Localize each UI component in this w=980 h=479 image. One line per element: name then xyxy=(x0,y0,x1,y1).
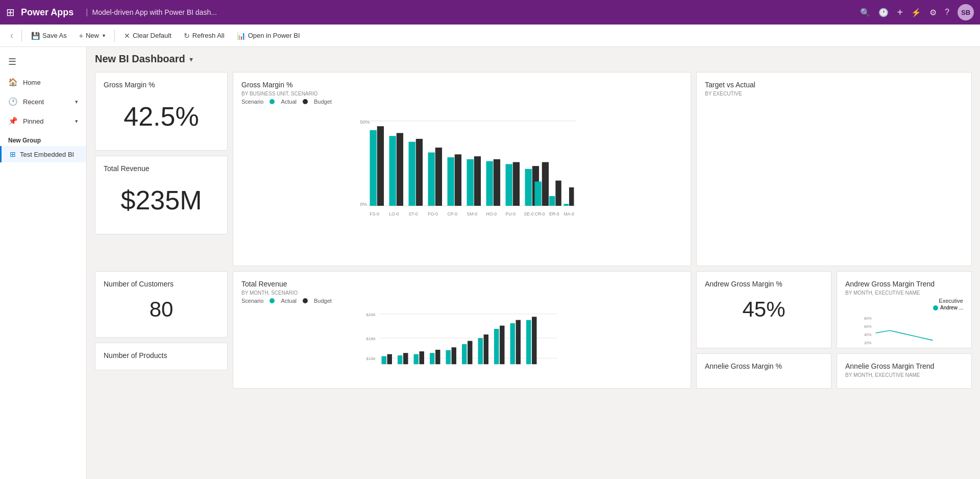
andrew-gross-margin-value: 45% xyxy=(705,290,823,329)
budget-legend-label: Budget xyxy=(314,99,332,105)
svg-rect-20 xyxy=(525,169,532,206)
svg-text:SE-0: SE-0 xyxy=(524,211,534,217)
svg-text:50%: 50% xyxy=(360,119,371,125)
svg-text:MA-0: MA-0 xyxy=(564,211,575,217)
svg-rect-5 xyxy=(377,126,384,206)
dashboard-row-2: Number of Customers 80 Number of Product… xyxy=(95,271,972,389)
sidebar-nav-item-test-embedded[interactable]: ⊞ Test Embedded BI xyxy=(0,146,86,162)
refresh-icon: ↻ xyxy=(184,32,190,40)
app-title: Model-driven App with Power BI dash... xyxy=(92,8,861,16)
annelie-trend-title: Annelie Gross Margin Trend xyxy=(845,362,963,370)
sidebar: ☰ 🏠 Home 🕐 Recent ▾ 📌 Pinned ▾ New Group… xyxy=(0,47,87,479)
revenue-budget-dot xyxy=(303,298,308,303)
svg-rect-10 xyxy=(428,153,435,206)
svg-rect-47 xyxy=(387,354,392,365)
svg-rect-9 xyxy=(416,139,423,206)
svg-rect-51 xyxy=(420,351,424,364)
svg-text:ER-0: ER-0 xyxy=(549,211,559,217)
sidebar-item-home[interactable]: 🏠 Home xyxy=(0,73,86,92)
annelie-trend-subtitle: BY MONTH, EXECUTIVE NAME xyxy=(845,372,963,378)
total-revenue-chart-card: Total Revenue BY MONTH, SCENARIO Scenari… xyxy=(233,271,691,389)
gross-margin-chart-subtitle: BY BUSINESS UNIT, SCENARIO xyxy=(241,91,682,97)
toolbar-separator-1 xyxy=(21,30,22,42)
gross-margin-legend: Scenario Actual Budget xyxy=(241,99,682,105)
home-icon: 🏠 xyxy=(8,78,18,87)
total-revenue-bar-chart: $20M $15M $10M xyxy=(241,308,682,372)
andrew-dot xyxy=(933,305,938,310)
gross-margin-chart-container: Gross Margin % BY BUSINESS UNIT, SCENARI… xyxy=(233,72,691,266)
total-revenue-card: Total Revenue $235M xyxy=(95,156,228,234)
svg-rect-15 xyxy=(474,156,481,206)
svg-rect-48 xyxy=(398,355,402,364)
svg-text:20%: 20% xyxy=(864,341,872,345)
revenue-actual-label: Actual xyxy=(281,298,297,304)
save-as-button[interactable]: 💾 Save As xyxy=(26,30,72,42)
svg-rect-59 xyxy=(484,334,488,364)
total-revenue-value: $235M xyxy=(104,175,219,226)
pinned-caret-icon: ▾ xyxy=(75,118,78,125)
svg-rect-14 xyxy=(467,159,474,206)
num-customers-title: Number of Customers xyxy=(104,280,219,288)
svg-rect-49 xyxy=(403,353,408,364)
svg-rect-55 xyxy=(452,347,456,364)
svg-text:60%: 60% xyxy=(864,324,872,329)
gross-margin-bar-chart: 50% 0% xyxy=(241,109,682,245)
svg-rect-12 xyxy=(448,157,454,206)
svg-rect-61 xyxy=(500,326,504,365)
svg-text:40%: 40% xyxy=(864,332,872,337)
clear-default-button[interactable]: ✕ Clear Default xyxy=(119,30,177,42)
andrew-trend-subtitle: BY MONTH, EXECUTIVE NAME xyxy=(845,290,963,296)
svg-rect-6 xyxy=(389,136,396,206)
new-button[interactable]: + New xyxy=(74,30,110,42)
svg-text:LO-0: LO-0 xyxy=(389,211,399,217)
actual-legend-label: Actual xyxy=(281,99,297,105)
number-of-customers-card: Number of Customers 80 xyxy=(95,271,228,338)
filter-icon[interactable]: ⚡ xyxy=(911,8,921,17)
sidebar-item-pinned[interactable]: 📌 Pinned ▾ xyxy=(0,111,86,131)
svg-rect-22 xyxy=(535,182,542,206)
svg-rect-27 xyxy=(569,187,574,206)
number-of-products-card: Number of Products xyxy=(95,343,228,370)
svg-rect-17 xyxy=(494,159,500,206)
recent-icon[interactable]: 🕐 xyxy=(878,8,889,17)
actual-legend-dot xyxy=(270,99,275,104)
avatar[interactable]: SB xyxy=(958,4,974,20)
svg-rect-24 xyxy=(549,196,555,206)
refresh-all-button[interactable]: ↻ Refresh All xyxy=(179,30,230,42)
add-icon[interactable]: + xyxy=(897,7,903,18)
svg-rect-60 xyxy=(494,329,499,364)
gross-margin-chart-title: Gross Margin % xyxy=(241,81,682,89)
help-icon[interactable]: ? xyxy=(945,8,949,17)
svg-text:PU-0: PU-0 xyxy=(506,211,516,217)
andrew-trend-chart: 80% 60% 40% 20% Jan Feb Mar Apr May xyxy=(845,313,963,348)
recent-nav-icon: 🕐 xyxy=(8,97,18,106)
clear-icon: ✕ xyxy=(124,32,130,40)
revenue-actual-dot xyxy=(270,298,275,303)
andrew-trend-title: Andrew Gross Margin Trend xyxy=(845,280,963,288)
svg-rect-54 xyxy=(446,350,451,365)
new-icon: + xyxy=(79,32,83,40)
bottom-right-column: Andrew Gross Margin % 45% Andrew Gross M… xyxy=(696,271,972,389)
sidebar-item-recent[interactable]: 🕐 Recent ▾ xyxy=(0,92,86,111)
back-button[interactable]: ‹ xyxy=(6,28,17,43)
andrew-trend-executive-label: Executive xyxy=(845,298,963,304)
svg-rect-46 xyxy=(382,356,386,365)
grid-icon[interactable]: ⊞ xyxy=(6,6,15,18)
toolbar-separator-2 xyxy=(114,30,115,42)
svg-text:CR-0: CR-0 xyxy=(535,211,545,217)
gross-margin-chart-card: Gross Margin % BY BUSINESS UNIT, SCENARI… xyxy=(233,72,691,266)
new-group-label: New Group xyxy=(0,131,86,146)
svg-rect-50 xyxy=(414,354,419,365)
toolbar: ‹ 💾 Save As + New ✕ Clear Default ↻ Refr… xyxy=(0,25,980,47)
target-vs-actual-card: Target vs Actual BY EXECUTIVE xyxy=(696,72,972,266)
svg-text:80%: 80% xyxy=(864,316,872,321)
settings-icon[interactable]: ⚙ xyxy=(929,8,937,17)
search-icon[interactable]: 🔍 xyxy=(860,8,870,17)
svg-text:SM-0: SM-0 xyxy=(467,211,478,217)
page-title-caret-icon[interactable]: ▾ xyxy=(189,55,193,63)
open-in-powerbi-button[interactable]: 📊 Open in Power BI xyxy=(232,30,305,42)
annelie-gross-margin-title: Annelie Gross Margin % xyxy=(705,362,823,370)
revenue-budget-label: Budget xyxy=(314,298,332,304)
svg-rect-8 xyxy=(409,142,415,206)
sidebar-toggle[interactable]: ☰ xyxy=(0,51,86,73)
